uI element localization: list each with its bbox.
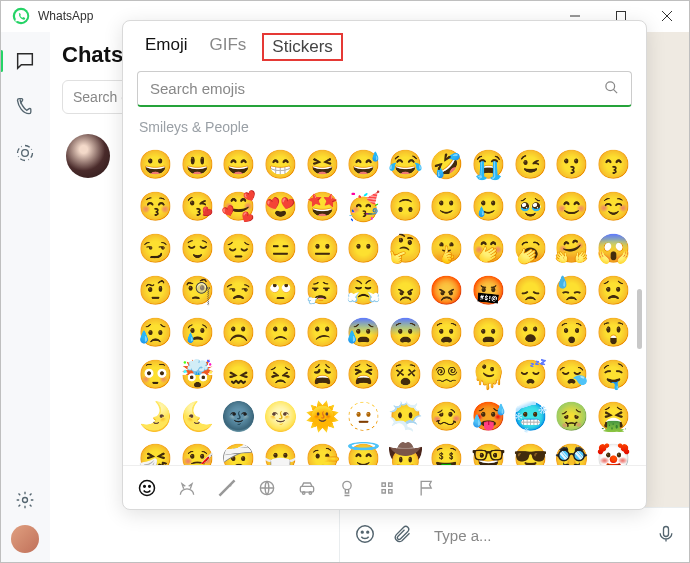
emoji-item[interactable]: 😢 <box>177 311 219 353</box>
emoji-item[interactable]: 😮‍💨 <box>301 269 343 311</box>
emoji-item[interactable]: 😔 <box>218 227 260 269</box>
emoji-item[interactable]: 😓 <box>551 269 593 311</box>
emoji-item[interactable]: 😦 <box>468 311 510 353</box>
emoji-item[interactable]: 😄 <box>218 143 260 185</box>
emoji-item[interactable]: 🧐 <box>177 269 219 311</box>
emoji-item[interactable]: 😵‍💫 <box>426 353 468 395</box>
emoji-item[interactable]: 😟 <box>592 269 634 311</box>
emoji-item[interactable]: 😥 <box>135 311 177 353</box>
emoji-item[interactable]: 🥹 <box>509 185 551 227</box>
emoji-item[interactable]: 😞 <box>509 269 551 311</box>
emoji-item[interactable]: 😂 <box>384 143 426 185</box>
emoji-item[interactable]: 😪 <box>551 353 593 395</box>
emoji-item[interactable]: 😭 <box>468 143 510 185</box>
tab-emoji[interactable]: Emoji <box>139 33 194 61</box>
chats-icon[interactable] <box>14 50 36 72</box>
emoji-item[interactable]: 🤔 <box>384 227 426 269</box>
emoji-item[interactable]: 🙂 <box>426 185 468 227</box>
emoji-item[interactable]: 😕 <box>301 311 343 353</box>
emoji-item[interactable]: 😆 <box>301 143 343 185</box>
emoji-item[interactable]: 🤢 <box>551 395 593 437</box>
emoji-item[interactable]: 😖 <box>218 353 260 395</box>
emoji-item[interactable]: 😊 <box>551 185 593 227</box>
emoji-item[interactable]: 😌 <box>177 227 219 269</box>
emoji-item[interactable]: 😚 <box>135 185 177 227</box>
emoji-item[interactable]: 🌜 <box>177 395 219 437</box>
category-symbols-icon[interactable] <box>377 478 397 498</box>
emoji-item[interactable]: 🤨 <box>135 269 177 311</box>
emoji-item[interactable]: 🥰 <box>218 185 260 227</box>
emoji-item[interactable]: 🤮 <box>592 395 634 437</box>
emoji-item[interactable]: 😏 <box>135 227 177 269</box>
emoji-item[interactable]: 😤 <box>343 269 385 311</box>
emoji-item[interactable]: 🤣 <box>426 143 468 185</box>
calls-icon[interactable] <box>14 96 36 118</box>
settings-icon[interactable] <box>14 489 36 511</box>
emoji-item[interactable]: 🙃 <box>384 185 426 227</box>
emoji-item[interactable]: 🥲 <box>468 185 510 227</box>
category-food-icon[interactable] <box>217 478 237 498</box>
emoji-item[interactable]: 😗 <box>551 143 593 185</box>
emoji-item[interactable]: 😴 <box>509 353 551 395</box>
emoji-item[interactable]: 😡 <box>426 269 468 311</box>
emoji-item[interactable]: ☹️ <box>218 311 260 353</box>
emoji-item[interactable]: 🤠 <box>384 437 426 465</box>
category-smileys-icon[interactable] <box>137 478 157 498</box>
emoji-item[interactable]: 😅 <box>343 143 385 185</box>
emoji-item[interactable]: 😲 <box>592 311 634 353</box>
emoji-item[interactable]: 😑 <box>260 227 302 269</box>
emoji-item[interactable]: 😀 <box>135 143 177 185</box>
emoji-item[interactable]: 🤫 <box>426 227 468 269</box>
emoji-item[interactable]: 😣 <box>260 353 302 395</box>
emoji-item[interactable]: 😃 <box>177 143 219 185</box>
emoji-item[interactable]: 😷 <box>260 437 302 465</box>
emoji-item[interactable]: 🫠 <box>468 353 510 395</box>
message-input[interactable]: Type a... <box>428 527 640 544</box>
emoji-item[interactable]: 🌚 <box>218 395 260 437</box>
category-travel-icon[interactable] <box>297 478 317 498</box>
emoji-item[interactable]: 🤯 <box>177 353 219 395</box>
emoji-item[interactable]: 🫥 <box>343 395 385 437</box>
emoji-item[interactable]: 🥱 <box>509 227 551 269</box>
emoji-item[interactable]: 🤒 <box>177 437 219 465</box>
status-icon[interactable] <box>14 142 36 164</box>
emoji-item[interactable]: 🥴 <box>426 395 468 437</box>
emoji-item[interactable]: 😵 <box>384 353 426 395</box>
emoji-item[interactable]: 🤓 <box>468 437 510 465</box>
emoji-item[interactable]: 🤑 <box>426 437 468 465</box>
emoji-item[interactable]: 😉 <box>509 143 551 185</box>
emoji-item[interactable]: 🌝 <box>260 395 302 437</box>
emoji-item[interactable]: 😶 <box>343 227 385 269</box>
emoji-item[interactable]: 😶‍🌫️ <box>384 395 426 437</box>
attach-icon[interactable] <box>392 524 412 548</box>
emoji-item[interactable]: 😍 <box>260 185 302 227</box>
emoji-item[interactable]: 😮 <box>509 311 551 353</box>
category-flags-icon[interactable] <box>417 478 437 498</box>
profile-avatar[interactable] <box>11 525 39 553</box>
emoji-item[interactable]: 😒 <box>218 269 260 311</box>
emoji-item[interactable]: 🙄 <box>260 269 302 311</box>
emoji-item[interactable]: 🤤 <box>592 353 634 395</box>
tab-gifs[interactable]: GIFs <box>204 33 253 61</box>
emoji-item[interactable]: 😐 <box>301 227 343 269</box>
emoji-item[interactable]: 😰 <box>343 311 385 353</box>
emoji-icon[interactable] <box>354 523 376 549</box>
emoji-item[interactable]: 😳 <box>135 353 177 395</box>
category-animals-icon[interactable] <box>177 478 197 498</box>
emoji-item[interactable]: 😧 <box>426 311 468 353</box>
emoji-item[interactable]: 🙁 <box>260 311 302 353</box>
emoji-item[interactable]: 😙 <box>592 143 634 185</box>
emoji-item[interactable]: 😨 <box>384 311 426 353</box>
emoji-item[interactable]: 😎 <box>509 437 551 465</box>
emoji-item[interactable]: 🥸 <box>551 437 593 465</box>
emoji-item[interactable]: 😯 <box>551 311 593 353</box>
emoji-item[interactable]: 🥶 <box>509 395 551 437</box>
emoji-item[interactable]: 😩 <box>301 353 343 395</box>
emoji-item[interactable]: 😫 <box>343 353 385 395</box>
emoji-item[interactable]: 😇 <box>343 437 385 465</box>
emoji-item[interactable]: 😠 <box>384 269 426 311</box>
emoji-item[interactable]: 🌛 <box>135 395 177 437</box>
emoji-item[interactable]: ☺️ <box>592 185 634 227</box>
emoji-item[interactable]: 🥵 <box>468 395 510 437</box>
emoji-item[interactable]: 😱 <box>592 227 634 269</box>
